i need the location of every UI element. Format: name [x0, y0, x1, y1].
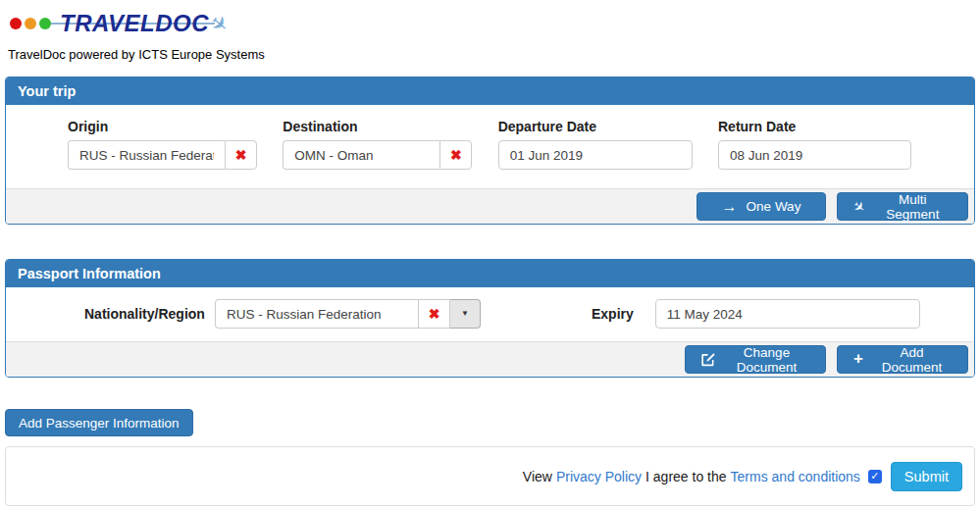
page: TRAVELDOC ✈ TravelDoc powered by ICTS Eu…	[0, 0, 980, 506]
consent-text: View Privacy Policy I agree to the Terms…	[523, 469, 860, 484]
your-trip-panel-body: Origin ✖ Destination ✖ Departure Date Re…	[6, 105, 974, 188]
origin-clear-button[interactable]: ✖	[225, 140, 257, 170]
submit-button[interactable]: Submit	[891, 462, 962, 491]
logo-wordmark: TRAVELDOC	[60, 12, 209, 35]
clear-x-icon: ✖	[450, 148, 462, 162]
destination-field: Destination ✖	[283, 119, 472, 170]
arrow-right-icon: →	[722, 199, 738, 215]
brand-tagline: TravelDoc powered by ICTS Europe Systems	[8, 47, 975, 62]
return-date-input[interactable]	[718, 140, 911, 170]
departure-date-field: Departure Date	[498, 119, 693, 170]
nationality-clear-button[interactable]: ✖	[418, 299, 450, 329]
origin-label: Origin	[68, 119, 257, 134]
chevron-down-icon: ▼	[461, 310, 469, 318]
origin-input-group: ✖	[68, 140, 257, 170]
passport-panel-body: Nationality/Region ✖ ▼ Expiry	[6, 287, 974, 341]
plus-icon: +	[853, 350, 863, 367]
departure-date-label: Departure Date	[498, 119, 693, 134]
agree-text: I agree to the	[645, 469, 727, 484]
expiry-label: Expiry	[592, 306, 634, 322]
terms-and-conditions-link[interactable]: Terms and conditions	[731, 469, 860, 484]
consent-submit-bar: View Privacy Policy I agree to the Terms…	[5, 446, 975, 506]
logo-dot-orange	[25, 18, 36, 29]
passport-panel-footer: Change Document + Add Document	[6, 341, 974, 377]
logo-dot-green	[39, 18, 51, 29]
expiry-input[interactable]	[655, 299, 920, 329]
agree-checkbox[interactable]: ✓	[868, 470, 882, 483]
origin-field: Origin ✖	[68, 119, 257, 170]
destination-clear-button[interactable]: ✖	[439, 140, 472, 170]
passport-panel-title: Passport Information	[6, 260, 974, 287]
origin-input[interactable]	[68, 140, 225, 170]
return-date-field: Return Date	[718, 119, 911, 170]
multi-segment-button[interactable]: ✈ Multi Segment	[837, 192, 968, 221]
change-document-button-label: Change Document	[724, 345, 809, 375]
edit-icon	[701, 353, 715, 367]
add-document-button-label: Add Document	[872, 345, 952, 375]
plane-icon: ✈	[851, 197, 868, 215]
logo-dot-red	[10, 18, 22, 29]
change-document-button[interactable]: Change Document	[685, 345, 826, 374]
one-way-button[interactable]: → One Way	[696, 192, 826, 221]
passport-information-panel: Passport Information Nationality/Region …	[5, 259, 975, 378]
nationality-input[interactable]	[215, 299, 418, 329]
your-trip-panel-footer: → One Way ✈ Multi Segment	[6, 188, 974, 224]
brand-header: TRAVELDOC ✈ TravelDoc powered by ICTS Eu…	[5, 0, 975, 62]
destination-input[interactable]	[283, 140, 439, 170]
privacy-policy-link[interactable]: Privacy Policy	[556, 469, 642, 484]
destination-label: Destination	[283, 119, 472, 134]
nationality-label: Nationality/Region	[84, 306, 194, 322]
check-icon: ✓	[870, 471, 879, 482]
your-trip-panel: Your trip Origin ✖ Destination ✖ Departu…	[5, 76, 975, 225]
plane-icon: ✈	[206, 10, 232, 36]
destination-input-group: ✖	[283, 140, 472, 170]
departure-date-input[interactable]	[498, 140, 693, 170]
view-text: View	[523, 469, 552, 484]
multi-segment-button-label: Multi Segment	[874, 192, 952, 222]
add-document-button[interactable]: + Add Document	[837, 345, 968, 374]
one-way-button-label: One Way	[747, 199, 801, 214]
nationality-input-group: ✖ ▼	[215, 299, 481, 329]
add-passenger-information-button[interactable]: Add Passenger Information	[5, 409, 193, 436]
nationality-dropdown-button[interactable]: ▼	[450, 299, 481, 329]
traveldoc-logo: TRAVELDOC ✈	[5, 8, 975, 39]
return-date-label: Return Date	[718, 119, 911, 134]
clear-x-icon: ✖	[235, 148, 247, 162]
clear-x-icon: ✖	[429, 307, 440, 321]
your-trip-panel-title: Your trip	[6, 77, 974, 105]
